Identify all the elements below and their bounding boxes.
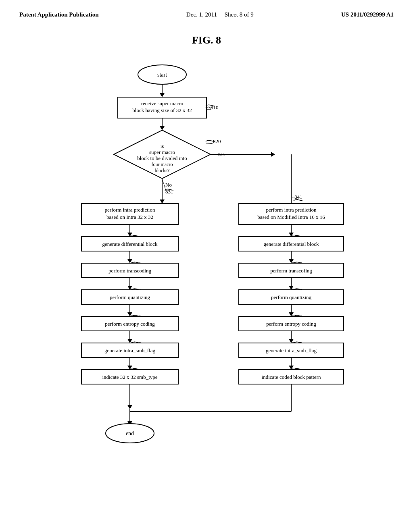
node-846: generate intra_smb_flag — [266, 347, 317, 353]
svg-text:block having size of 32 x 32: block having size of 32 x 32 — [132, 107, 192, 113]
node-845: perform entropy coding — [266, 321, 316, 327]
start-label: start — [157, 72, 167, 78]
svg-text:block to be divided into: block to be divided into — [137, 155, 187, 161]
node-834: perform quantizing — [110, 294, 150, 300]
flowchart-diagram: start receive super macro block having s… — [41, 58, 372, 494]
svg-text:based on Intra 32 x 32: based on Intra 32 x 32 — [106, 214, 153, 220]
node-847: indicate coded block pattern — [262, 374, 321, 380]
node-810-text: receive super macro — [141, 100, 184, 106]
node-832: generate differential block — [102, 241, 158, 247]
sheet: Sheet 8 of 9 — [225, 11, 254, 18]
page-header: Patent Application Publication Dec. 1, 2… — [0, 0, 413, 18]
node-835: perform entropy coding — [105, 321, 155, 327]
patent-number: US 2011/0292999 A1 — [341, 11, 394, 18]
svg-marker-16 — [160, 200, 165, 204]
figure-title: FIG. 8 — [0, 34, 413, 46]
publication-label: Patent Application Publication — [19, 11, 99, 18]
node-836: generate intra_smb_flag — [104, 347, 155, 353]
node-841: perform intra prediction — [266, 207, 317, 213]
node-844: perform quantizing — [271, 294, 311, 300]
svg-marker-2 — [160, 93, 165, 97]
date: Dec. 1, 2011 — [186, 11, 217, 18]
node-842: generate differential block — [264, 241, 319, 247]
svg-text:blocks?: blocks? — [155, 168, 170, 173]
svg-text:super macro: super macro — [149, 149, 175, 155]
date-sheet: Dec. 1, 2011 Sheet 8 of 9 — [186, 11, 254, 18]
node-843: perform transcofing — [270, 268, 312, 274]
svg-marker-38 — [127, 405, 132, 409]
svg-marker-6 — [160, 126, 165, 130]
node-833: perform transcoding — [108, 268, 151, 274]
svg-text:four macro: four macro — [152, 162, 173, 167]
svg-marker-14 — [271, 152, 275, 157]
svg-text:based on Modified Intra 16 x 1: based on Modified Intra 16 x 16 — [257, 214, 325, 220]
node-831: perform intra prediction — [105, 207, 155, 213]
no-label: No — [165, 182, 172, 188]
svg-text:is: is — [161, 143, 164, 149]
label-841: 841 — [294, 194, 302, 200]
node-837: indicate 32 x 32 smb_type — [102, 374, 157, 380]
end-label: end — [126, 430, 134, 436]
